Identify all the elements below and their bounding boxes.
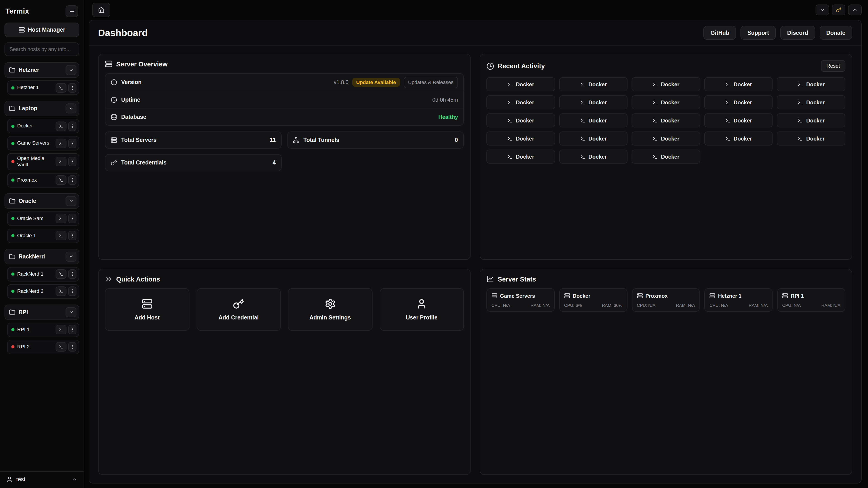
host-menu-button[interactable] [68,287,76,296]
activity-item-button[interactable]: Docker [777,95,845,109]
activity-item-button[interactable]: Docker [704,95,773,109]
recent-activity-card: Recent Activity Reset DockerDockerDocker… [480,54,852,260]
overview-stat-tiles: Total Servers11Total Tunnels0Total Crede… [105,131,464,171]
activity-item-button[interactable]: Docker [631,77,700,91]
host-terminal-button[interactable] [56,231,66,240]
host-terminal-button[interactable] [56,138,66,148]
group-collapse-button[interactable] [66,103,76,113]
add-host-button[interactable]: Add Host [105,288,189,331]
host-item[interactable]: RPI 1 [7,322,79,337]
host-terminal-button[interactable] [56,175,66,185]
group-collapse-button[interactable] [66,252,76,261]
host-manager-button[interactable]: Host Manager [4,23,79,37]
host-item[interactable]: RackNerd 2 [7,284,79,298]
activity-item-button[interactable]: Docker [777,131,845,145]
terminal-icon [725,82,731,87]
ssh-keys-button[interactable] [832,4,845,15]
activity-item-button[interactable]: Docker [777,77,845,91]
tab-scroll-up-button[interactable] [848,4,862,15]
activity-item-button[interactable]: Docker [559,95,627,109]
host-item[interactable]: RackNerd 1 [7,267,79,281]
tab-home[interactable] [92,3,110,17]
group-collapse-button[interactable] [66,196,76,206]
card-title: Recent Activity [498,62,545,70]
host-menu-button[interactable] [68,231,76,240]
updates-releases-button[interactable]: Updates & Releases [403,76,458,88]
host-groups: HetznerHetzner 1LaptopDockerGame Servers… [4,62,79,468]
reset-button[interactable]: Reset [821,60,845,72]
activity-item-button[interactable]: Docker [777,113,845,127]
activity-item-button[interactable]: Docker [559,131,627,145]
host-terminal-button[interactable] [56,121,66,131]
sidebar-menu-button[interactable] [66,5,78,17]
host-group-header[interactable]: RackNerd [4,249,79,264]
host-item[interactable]: RPI 2 [7,339,79,354]
activity-item-button[interactable]: Docker [487,113,555,127]
folder-icon [9,67,16,73]
host-menu-button[interactable] [68,157,76,166]
host-menu-button[interactable] [68,325,76,334]
kebab-icon [70,271,75,276]
group-collapse-button[interactable] [66,307,76,317]
server-stat-header: Proxmox [637,293,695,299]
host-terminal-button[interactable] [56,342,66,352]
host-menu-button[interactable] [68,214,76,223]
discord-button[interactable]: Discord [780,26,815,40]
activity-item-button[interactable]: Docker [559,77,627,91]
activity-item-button[interactable]: Docker [487,95,555,109]
server-icon [710,293,715,299]
host-terminal-button[interactable] [56,83,66,92]
tab-scroll-down-button[interactable] [815,4,829,15]
activity-item-button[interactable]: Docker [704,113,773,127]
activity-item-button[interactable]: Docker [487,77,555,91]
sidebar-user-row[interactable]: test [0,471,84,484]
activity-item-label: Docker [734,81,752,88]
host-terminal-button[interactable] [56,269,66,279]
host-menu-button[interactable] [68,269,76,279]
host-item[interactable]: Game Servers [7,136,79,151]
activity-item-button[interactable]: Docker [487,131,555,145]
activity-item-button[interactable]: Docker [631,150,700,164]
host-menu-button[interactable] [68,342,76,352]
host-terminal-button[interactable] [56,157,66,166]
host-group-header[interactable]: Hetzner [4,62,79,78]
host-item[interactable]: Docker [7,119,79,133]
add-credential-button[interactable]: Add Credential [196,288,281,331]
activity-item-button[interactable]: Docker [631,131,700,145]
host-item[interactable]: Oracle 1 [7,228,79,243]
host-item[interactable]: Proxmox [7,173,79,187]
user-profile-button[interactable]: User Profile [379,288,464,331]
server-stat-tile: Hetzner 1CPU: N/ARAM: N/A [705,288,773,312]
host-menu-button[interactable] [68,121,76,131]
host-item[interactable]: Hetzner 1 [7,80,79,95]
host-item[interactable]: Oracle Sam [7,211,79,226]
host-item[interactable]: Open Media Vault [7,153,79,170]
host-group-header[interactable]: Laptop [4,101,79,116]
activity-item-button[interactable]: Docker [487,150,555,164]
host-menu-button[interactable] [68,83,76,92]
host-terminal-button[interactable] [56,325,66,334]
activity-item-button[interactable]: Docker [559,113,627,127]
host-menu-button[interactable] [68,138,76,148]
activity-item-button[interactable]: Docker [559,150,627,164]
donate-button[interactable]: Donate [819,26,852,40]
group-collapse-button[interactable] [66,65,76,75]
activity-item-button[interactable]: Docker [704,77,773,91]
support-button[interactable]: Support [741,26,776,40]
host-menu-button[interactable] [68,175,76,185]
activity-item-button[interactable]: Docker [704,131,773,145]
server-icon [491,293,497,299]
stat-value: 4 [273,160,276,166]
host-terminal-button[interactable] [56,214,66,223]
activity-item-button[interactable]: Docker [631,95,700,109]
quick-actions-card: Quick Actions Add HostAdd CredentialAdmi… [98,269,471,475]
server-icon [105,60,113,68]
activity-item-button[interactable]: Docker [631,113,700,127]
github-button[interactable]: GitHub [704,26,736,40]
host-group-header[interactable]: Oracle [4,193,79,208]
host-terminal-button[interactable] [56,287,66,296]
host-group-header[interactable]: RPI [4,304,79,320]
admin-settings-button[interactable]: Admin Settings [288,288,372,331]
terminal-icon [652,154,658,159]
host-search-input[interactable] [4,42,79,56]
